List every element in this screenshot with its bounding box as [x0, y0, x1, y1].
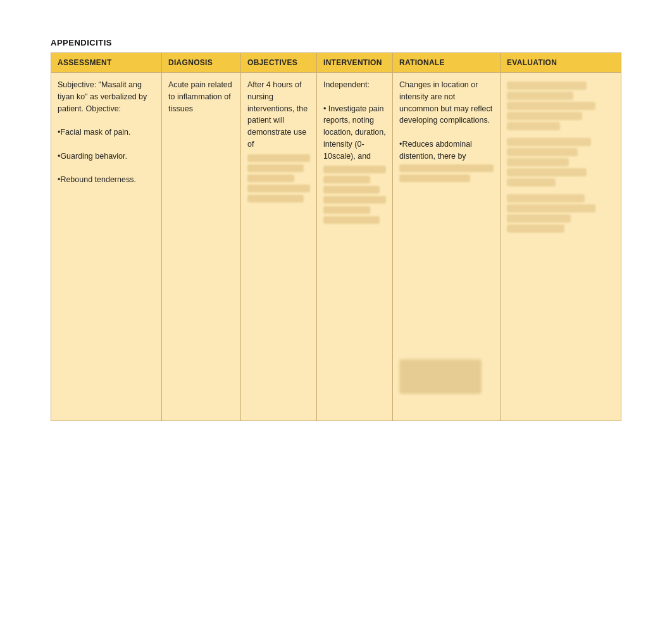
intervention-text1: Independent: [323, 79, 386, 91]
cell-diagnosis: Acute pain related to inflammation of ti… [162, 73, 241, 421]
cell-rationale: Changes in location or intensity are not… [393, 73, 501, 421]
nursing-care-plan-table: ASSESSMENT DIAGNOSIS OBJECTIVES INTERVEN… [51, 52, 621, 421]
header-objectives: OBJECTIVES [241, 53, 317, 72]
header-evaluation: EVALUATION [501, 53, 602, 72]
diagnosis-text1: Acute pain related to inflammation of ti… [168, 79, 234, 114]
assessment-text1: Subjective: "Masalit ang tiyan ko" as ve… [58, 79, 155, 114]
header-diagnosis: DIAGNOSIS [162, 53, 241, 72]
assessment-text3: •Guarding behavior. [58, 151, 155, 163]
header-intervention: INTERVENTION [317, 53, 393, 72]
header-rationale: RATIONALE [393, 53, 501, 72]
cell-intervention: Independent: • Investigate pain reports,… [317, 73, 393, 421]
table-body-row: Subjective: "Masalit ang tiyan ko" as ve… [51, 73, 621, 421]
rationale-text2: •Reduces abdominal distention, there by [399, 138, 494, 163]
table-header-row: ASSESSMENT DIAGNOSIS OBJECTIVES INTERVEN… [51, 53, 621, 73]
rationale-text1: Changes in location or intensity are not… [399, 79, 494, 126]
page-title: APPENDICITIS [51, 38, 621, 47]
cell-evaluation [501, 73, 602, 421]
header-assessment: ASSESSMENT [51, 53, 162, 72]
objectives-text1: After 4 hours of nursing interventions, … [247, 79, 310, 151]
intervention-text2: • Investigate pain reports, noting locat… [323, 103, 386, 163]
page: APPENDICITIS ASSESSMENT DIAGNOSIS OBJECT… [0, 0, 672, 633]
cell-objectives: After 4 hours of nursing interventions, … [241, 73, 317, 421]
assessment-text4: •Rebound tenderness. [58, 174, 155, 186]
rationale-blurred-block [399, 359, 482, 394]
assessment-text2: •Facial mask of pain. [58, 126, 155, 138]
cell-assessment: Subjective: "Masalit ang tiyan ko" as ve… [51, 73, 162, 421]
